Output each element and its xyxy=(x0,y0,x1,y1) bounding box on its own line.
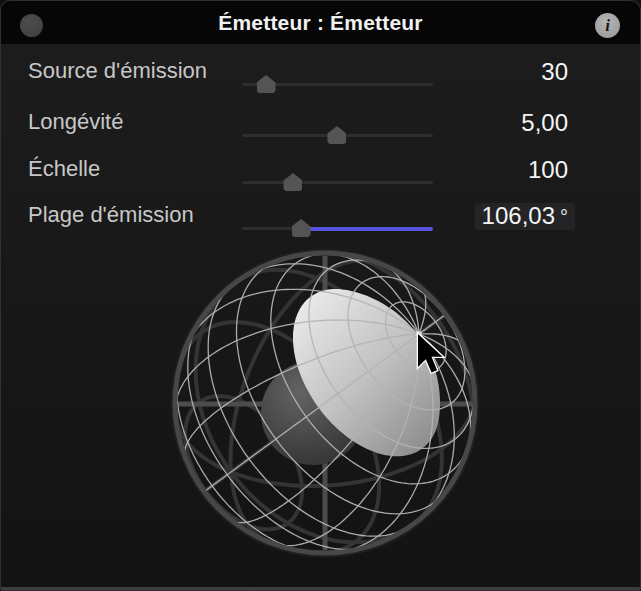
slider-fill xyxy=(309,227,433,231)
slider-track[interactable] xyxy=(242,181,433,184)
slider-label: Plage d'émission xyxy=(28,202,194,228)
emitter-hud-panel: Émetteur : Émetteur i Source d'émission … xyxy=(0,0,641,591)
slider-value[interactable]: 100 xyxy=(528,157,568,183)
window-title: Émetteur : Émetteur xyxy=(1,1,640,44)
slider-row-emission-source: Source d'émission 30 xyxy=(1,50,640,94)
slider-label: Échelle xyxy=(28,156,100,182)
degree-unit: ° xyxy=(560,206,568,228)
close-button[interactable] xyxy=(20,14,43,37)
slider-thumb[interactable] xyxy=(292,219,311,237)
slider-value[interactable]: 106,03° xyxy=(475,203,575,230)
slider-label: Source d'émission xyxy=(28,58,207,84)
window-bottom-edge xyxy=(1,587,640,590)
slider-thumb[interactable] xyxy=(257,75,276,93)
slider-value[interactable]: 5,00 xyxy=(521,110,568,136)
slider-thumb[interactable] xyxy=(327,126,346,144)
slider-label: Longévité xyxy=(28,109,123,135)
slider-value[interactable]: 30 xyxy=(541,59,568,85)
slider-row-longevity: Longévité 5,00 xyxy=(1,101,640,145)
info-icon[interactable]: i xyxy=(595,13,620,38)
slider-row-scale: Échelle 100 xyxy=(1,148,640,192)
slider-thumb[interactable] xyxy=(283,173,302,191)
titlebar: Émetteur : Émetteur i xyxy=(1,1,640,44)
slider-row-emission-range: Plage d'émission 106,03° xyxy=(1,194,640,238)
